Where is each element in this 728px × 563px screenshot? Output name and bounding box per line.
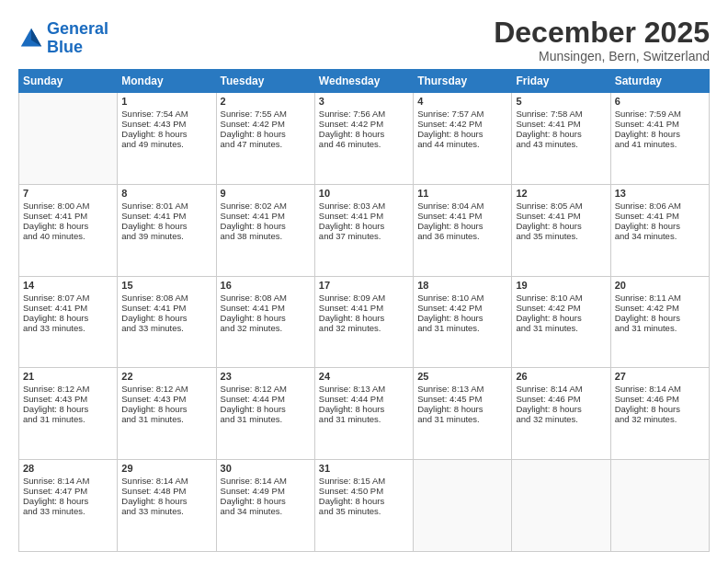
header: General Blue December 2025 Munsingen, Be…	[18, 17, 710, 63]
calendar-cell: 3Sunrise: 7:56 AMSunset: 4:42 PMDaylight…	[314, 93, 413, 185]
day-info: and 32 minutes.	[319, 323, 409, 333]
day-number: 5	[516, 96, 606, 107]
day-info: Sunset: 4:43 PM	[23, 394, 113, 404]
calendar-cell: 11Sunrise: 8:04 AMSunset: 4:41 PMDayligh…	[414, 184, 512, 276]
calendar-week-2: 7Sunrise: 8:00 AMSunset: 4:41 PMDaylight…	[19, 184, 710, 276]
day-info: Sunrise: 8:13 AM	[417, 384, 507, 394]
day-info: Daylight: 8 hours	[221, 129, 311, 139]
day-info: and 39 minutes.	[121, 231, 211, 241]
day-info: Sunrise: 8:14 AM	[121, 476, 211, 486]
calendar-cell	[610, 460, 709, 552]
calendar-cell: 15Sunrise: 8:08 AMSunset: 4:41 PMDayligh…	[118, 276, 216, 368]
calendar-cell: 30Sunrise: 8:14 AMSunset: 4:49 PMDayligh…	[216, 460, 314, 552]
day-info: Daylight: 8 hours	[417, 221, 507, 231]
day-info: Daylight: 8 hours	[516, 404, 606, 414]
day-number: 23	[221, 371, 311, 382]
day-info: and 31 minutes.	[121, 414, 211, 424]
day-info: Sunset: 4:41 PM	[221, 211, 311, 221]
calendar-cell	[19, 93, 118, 185]
calendar-header-wednesday: Wednesday	[314, 70, 413, 93]
day-info: Sunrise: 8:11 AM	[615, 293, 705, 303]
day-info: Sunset: 4:46 PM	[615, 394, 705, 404]
calendar-cell: 17Sunrise: 8:09 AMSunset: 4:41 PMDayligh…	[314, 276, 413, 368]
calendar-cell: 18Sunrise: 8:10 AMSunset: 4:42 PMDayligh…	[414, 276, 512, 368]
day-info: Sunset: 4:41 PM	[417, 211, 507, 221]
day-info: Daylight: 8 hours	[319, 496, 409, 506]
calendar-header-friday: Friday	[512, 70, 610, 93]
calendar-cell: 6Sunrise: 7:59 AMSunset: 4:41 PMDaylight…	[610, 93, 709, 185]
day-info: and 33 minutes.	[121, 323, 211, 333]
day-info: Sunrise: 8:04 AM	[417, 201, 507, 211]
day-info: and 31 minutes.	[417, 414, 507, 424]
day-number: 6	[615, 96, 705, 107]
day-number: 2	[221, 96, 311, 107]
day-info: and 32 minutes.	[516, 414, 606, 424]
logo-general: General	[47, 19, 108, 38]
calendar-cell: 22Sunrise: 8:12 AMSunset: 4:43 PMDayligh…	[118, 368, 216, 460]
day-info: Sunset: 4:42 PM	[615, 303, 705, 313]
day-info: Sunset: 4:43 PM	[121, 394, 211, 404]
day-info: Daylight: 8 hours	[23, 313, 113, 323]
day-info: Daylight: 8 hours	[319, 129, 409, 139]
day-info: Daylight: 8 hours	[319, 221, 409, 231]
calendar-week-5: 28Sunrise: 8:14 AMSunset: 4:47 PMDayligh…	[19, 460, 710, 552]
day-info: and 34 minutes.	[221, 506, 311, 516]
day-info: Sunrise: 8:14 AM	[615, 384, 705, 394]
calendar-cell: 8Sunrise: 8:01 AMSunset: 4:41 PMDaylight…	[118, 184, 216, 276]
day-info: Sunrise: 8:08 AM	[221, 293, 311, 303]
calendar-header-thursday: Thursday	[414, 70, 512, 93]
day-info: and 33 minutes.	[121, 506, 211, 516]
day-info: and 33 minutes.	[23, 323, 113, 333]
day-info: Sunrise: 8:07 AM	[23, 293, 113, 303]
calendar-table: SundayMondayTuesdayWednesdayThursdayFrid…	[18, 69, 710, 552]
day-info: and 49 minutes.	[121, 139, 211, 149]
day-info: Sunrise: 8:00 AM	[23, 201, 113, 211]
day-info: and 40 minutes.	[23, 231, 113, 241]
day-info: Sunrise: 8:10 AM	[516, 293, 606, 303]
day-number: 24	[319, 371, 409, 382]
day-info: Daylight: 8 hours	[516, 221, 606, 231]
day-number: 20	[615, 280, 705, 291]
calendar-header-sunday: Sunday	[19, 70, 118, 93]
day-info: Sunset: 4:41 PM	[121, 211, 211, 221]
day-number: 13	[615, 188, 705, 199]
calendar-week-3: 14Sunrise: 8:07 AMSunset: 4:41 PMDayligh…	[19, 276, 710, 368]
day-number: 11	[417, 188, 507, 199]
day-info: Daylight: 8 hours	[121, 313, 211, 323]
calendar-header-monday: Monday	[118, 70, 216, 93]
logo-text: General Blue	[47, 20, 108, 57]
day-info: and 35 minutes.	[319, 506, 409, 516]
day-number: 8	[121, 188, 211, 199]
day-info: and 43 minutes.	[516, 139, 606, 149]
day-info: Daylight: 8 hours	[516, 129, 606, 139]
calendar-cell: 2Sunrise: 7:55 AMSunset: 4:42 PMDaylight…	[216, 93, 314, 185]
day-info: and 31 minutes.	[417, 323, 507, 333]
day-number: 27	[615, 371, 705, 382]
calendar-cell: 19Sunrise: 8:10 AMSunset: 4:42 PMDayligh…	[512, 276, 610, 368]
day-info: Sunset: 4:46 PM	[516, 394, 606, 404]
calendar-cell	[414, 460, 512, 552]
day-info: Daylight: 8 hours	[23, 496, 113, 506]
day-info: Daylight: 8 hours	[23, 404, 113, 414]
day-info: Daylight: 8 hours	[417, 313, 507, 323]
day-info: Sunrise: 8:12 AM	[23, 384, 113, 394]
day-info: Daylight: 8 hours	[417, 404, 507, 414]
calendar-cell: 1Sunrise: 7:54 AMSunset: 4:43 PMDaylight…	[118, 93, 216, 185]
calendar-header-row: SundayMondayTuesdayWednesdayThursdayFrid…	[19, 70, 710, 93]
day-info: and 32 minutes.	[221, 323, 311, 333]
day-info: Sunset: 4:44 PM	[221, 394, 311, 404]
day-number: 30	[221, 463, 311, 474]
day-info: Sunrise: 8:15 AM	[319, 476, 409, 486]
day-info: and 31 minutes.	[615, 323, 705, 333]
day-info: Sunrise: 8:14 AM	[23, 476, 113, 486]
day-info: and 36 minutes.	[417, 231, 507, 241]
day-info: Daylight: 8 hours	[615, 221, 705, 231]
day-number: 21	[23, 371, 113, 382]
day-info: Sunrise: 8:14 AM	[221, 476, 311, 486]
day-info: Daylight: 8 hours	[221, 404, 311, 414]
day-info: Sunset: 4:41 PM	[23, 211, 113, 221]
day-number: 15	[121, 280, 211, 291]
day-number: 18	[417, 280, 507, 291]
calendar-cell: 25Sunrise: 8:13 AMSunset: 4:45 PMDayligh…	[414, 368, 512, 460]
day-info: and 31 minutes.	[221, 414, 311, 424]
